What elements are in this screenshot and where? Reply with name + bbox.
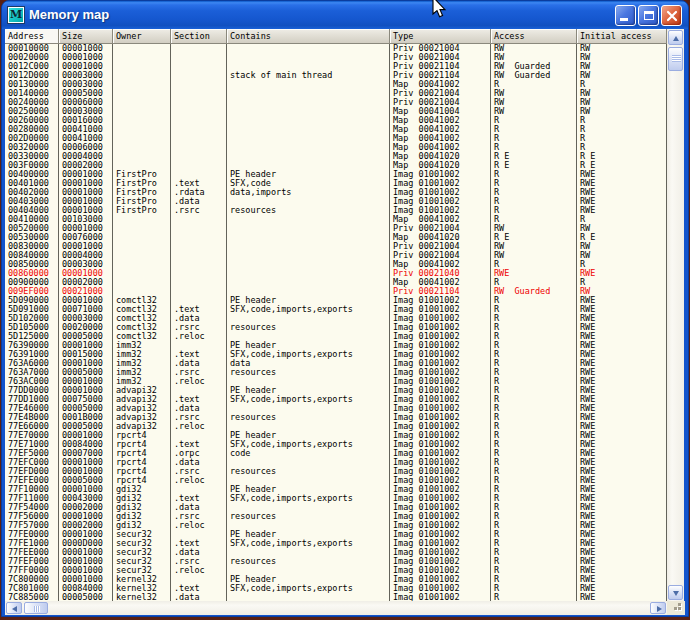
table-row[interactable]: 0012C00000001000Priv 00021104RW GuardedR… bbox=[5, 62, 667, 71]
cell-owner: secur32 bbox=[113, 566, 171, 575]
table-row[interactable]: 002D000000041000Map 00041002RR bbox=[5, 134, 667, 143]
table-row[interactable]: 0040000000001000FirstProPE headerImag 01… bbox=[5, 170, 667, 179]
vertical-scrollbar[interactable] bbox=[667, 29, 684, 601]
column-header-contains[interactable]: Contains bbox=[227, 29, 390, 44]
table-row[interactable]: 0028000000041000Map 00041002RR bbox=[5, 125, 667, 134]
vertical-scroll-thumb[interactable] bbox=[668, 47, 683, 71]
cell-type: Imag 01001002 bbox=[390, 377, 491, 386]
scroll-left-button[interactable] bbox=[6, 602, 22, 614]
column-header-owner[interactable]: Owner bbox=[113, 29, 171, 44]
cell-type: Map 00041020 bbox=[390, 152, 491, 161]
table-row[interactable]: 0012D00000003000stack of main threadPriv… bbox=[5, 71, 667, 80]
table-row[interactable]: 7C80000000001000kernel32PE headerImag 01… bbox=[5, 575, 667, 584]
table-row[interactable]: 77FEF00000001000secur32.rsrcresourcesIma… bbox=[5, 557, 667, 566]
table-row[interactable]: 5D09100000071000comctl32.textSFX,code,im… bbox=[5, 305, 667, 314]
table-row[interactable]: 0014000000005000Priv 00021004RWRW bbox=[5, 89, 667, 98]
cell-contains: resources bbox=[227, 467, 390, 476]
column-header-section[interactable]: Section bbox=[171, 29, 227, 44]
table-row[interactable]: 77FF000000001000secur32.relocImag 010010… bbox=[5, 566, 667, 575]
cell-owner: FirstPro bbox=[113, 170, 171, 179]
cell-access: R E bbox=[491, 152, 577, 161]
table-row[interactable]: 0090000000002000Map 00041002RR bbox=[5, 278, 667, 287]
table-row[interactable]: 0002000000001000Priv 00021004RWRW bbox=[5, 53, 667, 62]
table-row[interactable]: 77E7000000001000rpcrt4PE headerImag 0100… bbox=[5, 431, 667, 440]
table-row[interactable]: 0026000000016000Map 00041002RR bbox=[5, 116, 667, 125]
horizontal-scroll-thumb[interactable] bbox=[24, 602, 48, 614]
table-row[interactable]: 77FEE00000001000secur32.dataImag 0100100… bbox=[5, 548, 667, 557]
column-header-type[interactable]: Type bbox=[390, 29, 491, 44]
table-row[interactable]: 0013000000003000Map 00041002RR bbox=[5, 80, 667, 89]
table-row[interactable]: 77FE10000000D000secur32.textSFX,code,imp… bbox=[5, 539, 667, 548]
table-row[interactable]: 009EF00000021000Priv 00021104RW GuardedR… bbox=[5, 287, 667, 296]
table-row[interactable]: 0052000000001000Priv 00021004RWRW bbox=[5, 224, 667, 233]
cell-initial-access: RWE bbox=[577, 206, 667, 215]
table-row[interactable]: 763AC00000001000imm32.relocImag 01001002… bbox=[5, 377, 667, 386]
table-row[interactable]: 77E4B0000001B000advapi32.rsrcresourcesIm… bbox=[5, 413, 667, 422]
table-row[interactable]: 7C88500000005000kernel32.dataImag 010010… bbox=[5, 593, 667, 601]
table-row[interactable]: 77EFE00000005000rpcrt4.relocImag 0100100… bbox=[5, 476, 667, 485]
column-header-initial-access[interactable]: Initial access bbox=[577, 29, 667, 44]
cell-owner: gdi32 bbox=[113, 521, 171, 530]
table-row[interactable]: 003F000000002000Map 00041020R ER E bbox=[5, 161, 667, 170]
table-row[interactable]: 0032000000006000Map 00041002RR bbox=[5, 143, 667, 152]
table-row[interactable]: 5D12500000005000comctl32.relocImag 01001… bbox=[5, 332, 667, 341]
table-row[interactable]: 77F1000000001000gdi32PE headerImag 01001… bbox=[5, 485, 667, 494]
table-row[interactable]: 77F5700000002000gdi32.relocImag 01001002… bbox=[5, 521, 667, 530]
table-row[interactable]: 7639000000001000imm32PE headerImag 01001… bbox=[5, 341, 667, 350]
cell-owner: gdi32 bbox=[113, 512, 171, 521]
table-row[interactable]: 5D10500000020000comctl32.rsrcresourcesIm… bbox=[5, 323, 667, 332]
table-row[interactable]: 5D09000000001000comctl32PE headerImag 01… bbox=[5, 296, 667, 305]
table-row[interactable]: 0086000000001000Priv 00021040RWERWE bbox=[5, 269, 667, 278]
table-row[interactable]: 0085000000003000Map 00041002RR bbox=[5, 260, 667, 269]
table-row[interactable]: 763A600000001000imm32.datadataImag 01001… bbox=[5, 359, 667, 368]
column-header-size[interactable]: Size bbox=[59, 29, 113, 44]
table-row[interactable]: 0033000000004000Map 00041020R ER E bbox=[5, 152, 667, 161]
table-row[interactable]: 77F1100000043000gdi32.textSFX,code,impor… bbox=[5, 494, 667, 503]
cell-type: Imag 01001002 bbox=[390, 539, 491, 548]
table-row[interactable]: 77F5400000002000gdi32.dataImag 01001002R… bbox=[5, 503, 667, 512]
cell-type: Imag 01001002 bbox=[390, 206, 491, 215]
column-header-address[interactable]: Address bbox=[5, 29, 59, 44]
table-row[interactable]: 0040400000001000FirstPro.rsrcresourcesIm… bbox=[5, 206, 667, 215]
cell-address: 77EFE000 bbox=[5, 476, 59, 485]
table-row[interactable]: 0040300000001000FirstPro.dataImag 010010… bbox=[5, 197, 667, 206]
table-row[interactable]: 763A700000005000imm32.rsrcresourcesImag … bbox=[5, 368, 667, 377]
scroll-up-button[interactable] bbox=[668, 30, 683, 45]
scroll-down-button[interactable] bbox=[668, 585, 683, 600]
table-row[interactable]: 0024000000006000Priv 00021004RWRW bbox=[5, 98, 667, 107]
close-button[interactable] bbox=[661, 5, 682, 26]
scroll-right-button[interactable] bbox=[650, 602, 666, 614]
maximize-button[interactable] bbox=[638, 5, 659, 26]
cell-owner bbox=[113, 224, 171, 233]
table-row[interactable]: 77F5600000001000gdi32.rsrcresourcesImag … bbox=[5, 512, 667, 521]
table-row[interactable]: 0053000000076000Map 00041020R ER E bbox=[5, 233, 667, 242]
table-row[interactable]: 0083000000001000Priv 00021004RWRW bbox=[5, 242, 667, 251]
cell-size: 00005000 bbox=[59, 368, 113, 377]
table-row[interactable]: 77DD100000075000advapi32.textSFX,code,im… bbox=[5, 395, 667, 404]
table-row[interactable]: 0041000000103000Map 00041002RR bbox=[5, 215, 667, 224]
table-row[interactable]: 5D10200000003000comctl32.dataImag 010010… bbox=[5, 314, 667, 323]
cell-initial-access: R bbox=[577, 134, 667, 143]
table-row[interactable]: 7C80100000084000kernel32.textSFX,code,im… bbox=[5, 584, 667, 593]
table-row[interactable]: 77EFD00000001000rpcrt4.rsrcresourcesImag… bbox=[5, 467, 667, 476]
column-header-access[interactable]: Access bbox=[491, 29, 577, 44]
table-row[interactable]: 0040100000001000FirstPro.textSFX,codeIma… bbox=[5, 179, 667, 188]
table-row[interactable]: 77E6600000005000advapi32.relocImag 01001… bbox=[5, 422, 667, 431]
table-row[interactable]: 77DD000000001000advapi32PE headerImag 01… bbox=[5, 386, 667, 395]
table-row[interactable]: 77E7100000084000rpcrt4.textSFX,code,impo… bbox=[5, 440, 667, 449]
cell-size: 00001000 bbox=[59, 548, 113, 557]
cell-owner bbox=[113, 278, 171, 287]
table-row[interactable]: 77EF500000007000rpcrt4.orpccodeImag 0100… bbox=[5, 449, 667, 458]
table-row[interactable]: 77EFC00000001000rpcrt4.dataImag 01001002… bbox=[5, 458, 667, 467]
table-row[interactable]: 77E4600000005000advapi32.dataImag 010010… bbox=[5, 404, 667, 413]
table-row[interactable]: 0025000000003000Map 00041004RWRW bbox=[5, 107, 667, 116]
minimize-button[interactable] bbox=[615, 5, 636, 26]
table-row[interactable]: 7639100000015000imm32.textSFX,code,impor… bbox=[5, 350, 667, 359]
horizontal-scrollbar[interactable] bbox=[5, 601, 667, 615]
titlebar[interactable]: M Memory map bbox=[2, 1, 688, 29]
table-row[interactable]: 77FE000000001000secur32PE headerImag 010… bbox=[5, 530, 667, 539]
table-row[interactable]: 0084000000004000Priv 00021004RWRW bbox=[5, 251, 667, 260]
table-row[interactable]: 0040200000001000FirstPro.rdatadata,impor… bbox=[5, 188, 667, 197]
cell-section: .rdata bbox=[171, 188, 227, 197]
table-row[interactable]: 0001000000001000Priv 00021004RWRW bbox=[5, 44, 667, 53]
